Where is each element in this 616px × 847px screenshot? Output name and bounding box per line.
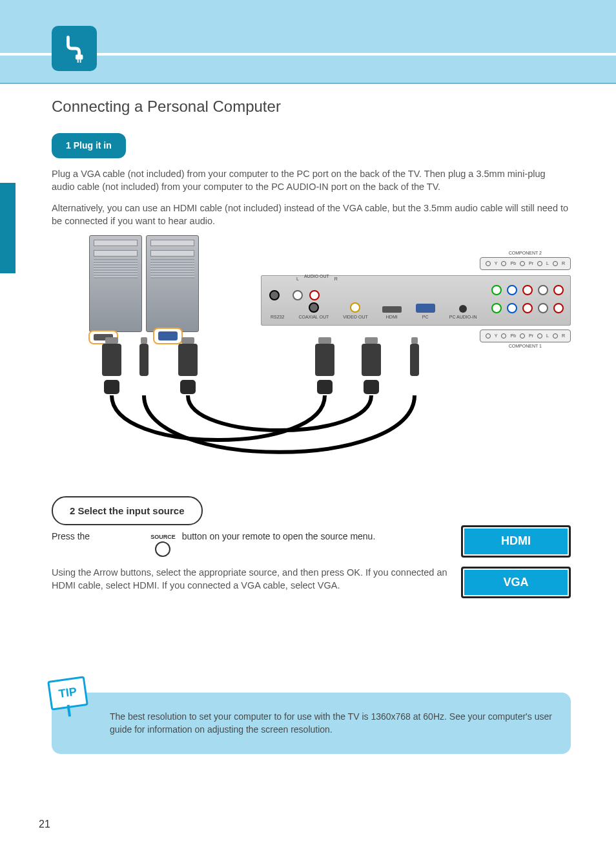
page-title: Connecting a Personal Computer [52,96,571,118]
plug-icon [59,34,89,63]
step-1-paragraph-2: Alternatively, you can use an HDMI cable… [52,202,571,228]
svg-rect-2 [80,59,81,63]
cable-paths [52,235,568,481]
svg-rect-0 [76,55,83,60]
tip-text: The best resolution to set your computer… [110,711,553,736]
step-1-pill: 1 Plug it in [52,133,126,159]
tip-flag-icon: TIP [47,676,88,711]
source-label: SOURCE [150,533,176,541]
step-2-paragraph-2: Using the Arrow buttons, select the appr… [52,566,448,592]
main-content: Connecting a Personal Computer 1 Plug it… [52,96,571,600]
section-plug-icon [52,26,97,71]
svg-rect-1 [77,59,79,63]
page-number: 21 [39,817,50,831]
step-2-block: 2 Select the input source Press the SOUR… [52,492,571,600]
hdmi-mode-button: HDMI [461,525,571,557]
step-1-paragraph-1: Plug a VGA cable (not included) from you… [52,167,571,194]
left-spine-accent [0,183,15,273]
step-2-line-1: Press the SOURCE button on your remote t… [52,530,448,557]
step2-prefix: Press the [52,530,90,543]
banner-divider [0,83,616,84]
step2-suffix: button on your remote to open the source… [182,530,376,543]
step-2-bubble: 2 Select the input source [52,496,203,525]
wiring-diagram: Y Pb Pr L R COMPONENT 2 L AUDIO OUT R RS [52,235,571,481]
tip-box: TIP The best resolution to set your comp… [52,693,571,754]
source-button-icon: SOURCE [150,533,176,557]
mode-buttons: HDMI VGA [461,525,571,598]
vga-mode-button: VGA [461,567,571,598]
